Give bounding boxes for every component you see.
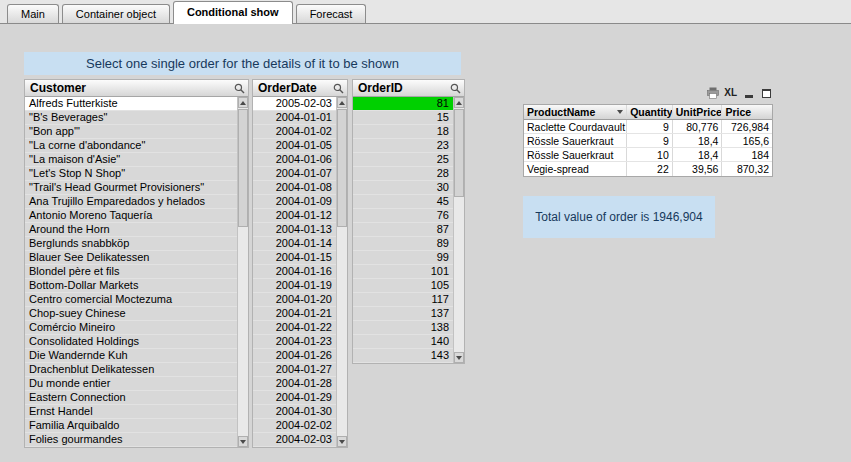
- orderid-list-item[interactable]: 140: [353, 335, 453, 349]
- table-cell[interactable]: 10: [627, 148, 673, 161]
- search-icon[interactable]: [233, 82, 245, 94]
- column-header-unitprice[interactable]: UnitPrice: [673, 105, 723, 119]
- orderdate-list-item[interactable]: 2004-01-13: [253, 223, 336, 237]
- table-cell[interactable]: Raclette Courdavault: [524, 120, 627, 133]
- scroll-thumb[interactable]: [454, 109, 464, 197]
- table-cell[interactable]: 184: [722, 148, 772, 161]
- customer-list-item[interactable]: Berglunds snabbköp: [25, 237, 237, 251]
- scroll-up-button[interactable]: [337, 97, 347, 108]
- print-icon[interactable]: [706, 87, 719, 99]
- orderdate-list-item[interactable]: 2004-01-22: [253, 321, 336, 335]
- orderdate-list-item[interactable]: 2004-01-27: [253, 363, 336, 377]
- customer-list-item[interactable]: Blauer See Delikatessen: [25, 251, 237, 265]
- scroll-thumb[interactable]: [238, 109, 248, 227]
- orderdate-list-item[interactable]: 2004-01-08: [253, 181, 336, 195]
- orderdate-list-item[interactable]: 2004-01-12: [253, 209, 336, 223]
- table-cell[interactable]: 80,776: [673, 120, 723, 133]
- maximize-icon[interactable]: [760, 87, 773, 99]
- customer-list-item[interactable]: Eastern Connection: [25, 391, 237, 405]
- table-cell[interactable]: Vegie-spread: [524, 162, 627, 176]
- orderdate-list-item[interactable]: 2004-01-30: [253, 405, 336, 419]
- customer-list-item[interactable]: Drachenblut Delikatessen: [25, 363, 237, 377]
- orderdate-list-item[interactable]: 2004-01-14: [253, 237, 336, 251]
- orderid-list-item[interactable]: 89: [353, 237, 453, 251]
- table-cell[interactable]: 9: [627, 120, 673, 133]
- table-row[interactable]: Vegie-spread2239,56870,32: [524, 162, 772, 176]
- orderdate-list-item[interactable]: 2004-02-02: [253, 419, 336, 433]
- orderid-list-item[interactable]: 76: [353, 209, 453, 223]
- customer-list-item[interactable]: Around the Horn: [25, 223, 237, 237]
- orderdate-list-item[interactable]: 2004-01-23: [253, 335, 336, 349]
- table-cell[interactable]: 22: [627, 162, 673, 176]
- table-cell[interactable]: 18,4: [673, 134, 723, 147]
- tab-forecast[interactable]: Forecast: [296, 4, 367, 23]
- customer-list-item[interactable]: Chop-suey Chinese: [25, 307, 237, 321]
- scroll-thumb[interactable]: [337, 109, 347, 227]
- customer-list-item[interactable]: "La maison d'Asie": [25, 153, 237, 167]
- customer-list-item[interactable]: "Trail's Head Gourmet Provisioners": [25, 181, 237, 195]
- orderid-list-item[interactable]: 138: [353, 321, 453, 335]
- excel-export-icon[interactable]: XL: [724, 87, 737, 99]
- orderdate-list-item[interactable]: 2004-01-28: [253, 377, 336, 391]
- tab-container-object[interactable]: Container object: [62, 4, 170, 23]
- table-cell[interactable]: 39,56: [673, 162, 723, 176]
- scroll-down-button[interactable]: [337, 436, 347, 447]
- column-header-price[interactable]: Price: [722, 105, 772, 119]
- orderid-list-item[interactable]: 45: [353, 195, 453, 209]
- table-cell[interactable]: 18,4: [673, 148, 723, 161]
- orderdate-list-item[interactable]: 2004-01-09: [253, 195, 336, 209]
- customer-list-item[interactable]: Ana Trujillo Emparedados y helados: [25, 195, 237, 209]
- orderdate-list-item[interactable]: 2004-01-02: [253, 125, 336, 139]
- orderid-list-item[interactable]: 143: [353, 349, 453, 363]
- scroll-up-button[interactable]: [238, 97, 248, 108]
- orderid-list-item[interactable]: 28: [353, 167, 453, 181]
- search-icon[interactable]: [332, 82, 344, 94]
- table-row[interactable]: Rössle Sauerkraut1018,4184: [524, 148, 772, 162]
- table-cell[interactable]: 9: [627, 134, 673, 147]
- minimize-icon[interactable]: [742, 87, 755, 99]
- orderdate-list-item[interactable]: 2004-01-21: [253, 307, 336, 321]
- table-cell[interactable]: 165,6: [722, 134, 772, 147]
- orderid-list-item[interactable]: 25: [353, 153, 453, 167]
- customer-list-item[interactable]: Die Wandernde Kuh: [25, 349, 237, 363]
- table-cell[interactable]: 726,984: [722, 120, 772, 133]
- customer-list-item[interactable]: "Bon app'": [25, 125, 237, 139]
- orderid-list-item[interactable]: 81: [353, 97, 453, 111]
- orderdate-list-item[interactable]: 2004-01-26: [253, 349, 336, 363]
- orderid-list-item[interactable]: 30: [353, 181, 453, 195]
- customer-list-item[interactable]: "La corne d'abondance": [25, 139, 237, 153]
- customer-list-item[interactable]: Consolidated Holdings: [25, 335, 237, 349]
- customer-list-item[interactable]: Folies gourmandes: [25, 433, 237, 447]
- orderid-scrollbar[interactable]: [453, 97, 464, 363]
- column-header-quantity[interactable]: Quantity: [627, 105, 673, 119]
- orderdate-scrollbar[interactable]: [336, 97, 347, 447]
- orderdate-list-item[interactable]: 2004-02-03: [253, 433, 336, 447]
- search-icon[interactable]: [449, 82, 461, 94]
- table-cell[interactable]: Rössle Sauerkraut: [524, 148, 627, 161]
- customer-list-item[interactable]: Du monde entier: [25, 377, 237, 391]
- orderid-list-item[interactable]: 15: [353, 111, 453, 125]
- orderdate-list-item[interactable]: 2004-01-15: [253, 251, 336, 265]
- orderid-list-item[interactable]: 18: [353, 125, 453, 139]
- orderid-list-item[interactable]: 99: [353, 251, 453, 265]
- orderid-list-item[interactable]: 105: [353, 279, 453, 293]
- tab-main[interactable]: Main: [7, 4, 59, 23]
- customer-list-item[interactable]: Familia Arquibaldo: [25, 419, 237, 433]
- orderid-list-item[interactable]: 117: [353, 293, 453, 307]
- customer-list-item[interactable]: "B's Beverages": [25, 111, 237, 125]
- customer-scrollbar[interactable]: [237, 97, 248, 447]
- table-row[interactable]: Raclette Courdavault980,776726,984: [524, 120, 772, 134]
- orderid-list-item[interactable]: 23: [353, 139, 453, 153]
- table-row[interactable]: Rössle Sauerkraut918,4165,6: [524, 134, 772, 148]
- tab-conditional-show[interactable]: Conditional show: [173, 1, 293, 24]
- customer-list-item[interactable]: Bottom-Dollar Markets: [25, 279, 237, 293]
- customer-list-item[interactable]: Ernst Handel: [25, 405, 237, 419]
- orderdate-list-item[interactable]: 2005-02-03: [253, 97, 336, 111]
- orderdate-list-item[interactable]: 2004-01-05: [253, 139, 336, 153]
- scroll-down-button[interactable]: [454, 352, 464, 363]
- customer-list-item[interactable]: Blondel père et fils: [25, 265, 237, 279]
- orderdate-list-item[interactable]: 2004-01-16: [253, 265, 336, 279]
- customer-list-item[interactable]: Antonio Moreno Taquería: [25, 209, 237, 223]
- orderdate-list-item[interactable]: 2004-01-07: [253, 167, 336, 181]
- customer-list-item[interactable]: Alfreds Futterkiste: [25, 97, 237, 111]
